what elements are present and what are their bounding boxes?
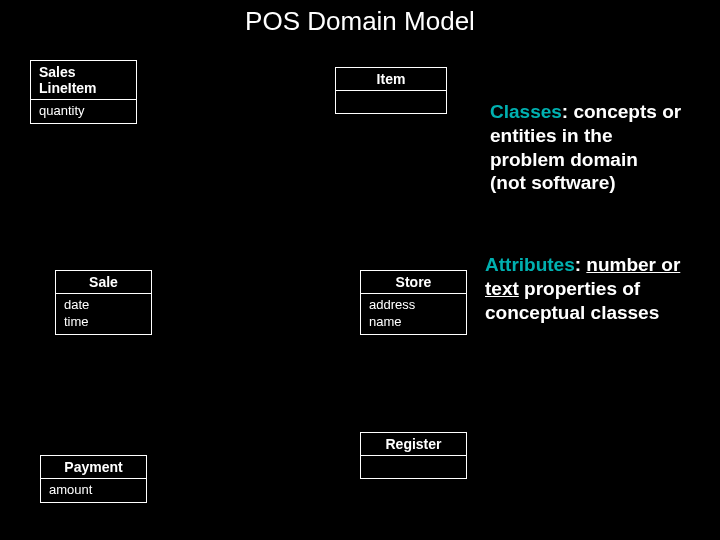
class-register: Register xyxy=(360,432,467,479)
class-attrs xyxy=(361,456,466,478)
class-attrs xyxy=(336,91,446,113)
note-classes: Classes: concepts or entities in the pro… xyxy=(490,100,700,195)
class-name: Item xyxy=(336,68,446,91)
class-attrs: amount xyxy=(41,479,146,502)
class-sale: Sale date time xyxy=(55,270,152,335)
note-attributes-label: Attributes xyxy=(485,254,575,275)
class-attrs: quantity xyxy=(31,100,136,123)
class-name: Store xyxy=(361,271,466,294)
class-name: Payment xyxy=(41,456,146,479)
class-attrs: date time xyxy=(56,294,151,334)
class-item: Item xyxy=(335,67,447,114)
class-attrs: address name xyxy=(361,294,466,334)
class-name: Sale xyxy=(56,271,151,294)
note-attributes: Attributes: number or text properties of… xyxy=(485,253,710,324)
note-classes-label: Classes xyxy=(490,101,562,122)
class-name: Register xyxy=(361,433,466,456)
class-name: Sales LineItem xyxy=(31,61,136,100)
class-sales-line-item: Sales LineItem quantity xyxy=(30,60,137,124)
page-title: POS Domain Model xyxy=(0,6,720,37)
note-attr-t1: : xyxy=(575,254,587,275)
class-payment: Payment amount xyxy=(40,455,147,503)
class-store: Store address name xyxy=(360,270,467,335)
